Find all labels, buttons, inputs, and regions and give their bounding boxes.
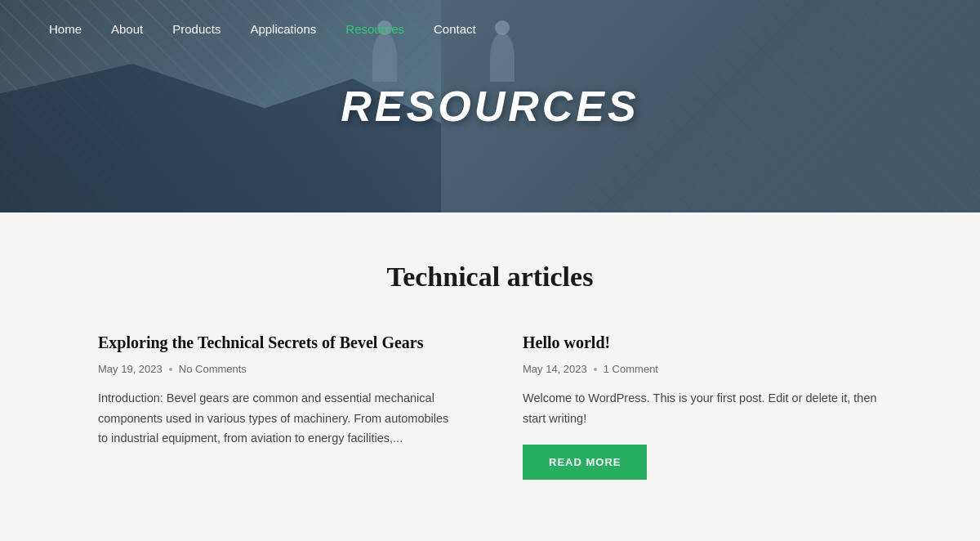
article-hello-world-comments: 1 Comment bbox=[604, 363, 658, 375]
article-bevel-gears-comments: No Comments bbox=[179, 363, 247, 375]
meta-separator bbox=[169, 368, 172, 371]
article-bevel-gears-title: Exploring the Technical Secrets of Bevel… bbox=[98, 332, 457, 353]
nav-applications[interactable]: Applications bbox=[250, 22, 316, 36]
article-bevel-gears-date: May 19, 2023 bbox=[98, 363, 163, 375]
nav-about[interactable]: About bbox=[111, 22, 143, 36]
article-bevel-gears: Exploring the Technical Secrets of Bevel… bbox=[98, 332, 457, 480]
site-header: Home About Products Applications Resourc… bbox=[0, 0, 980, 57]
hero-title: RESOURCES bbox=[341, 82, 639, 131]
main-content: Technical articles Exploring the Technic… bbox=[0, 212, 980, 539]
article-bevel-gears-excerpt: Introduction: Bevel gears are common and… bbox=[98, 388, 457, 449]
main-nav: Home About Products Applications Resourc… bbox=[49, 0, 931, 57]
nav-products[interactable]: Products bbox=[172, 22, 220, 36]
section-title: Technical articles bbox=[65, 262, 915, 293]
article-hello-world-title: Hello world! bbox=[523, 332, 882, 353]
read-more-button[interactable]: READ MORE bbox=[523, 445, 647, 480]
nav-home[interactable]: Home bbox=[49, 22, 82, 36]
nav-resources[interactable]: Resources bbox=[345, 22, 404, 36]
article-hello-world-excerpt: Welcome to WordPress. This is your first… bbox=[523, 388, 882, 428]
nav-contact[interactable]: Contact bbox=[434, 22, 476, 36]
meta-separator-2 bbox=[594, 368, 597, 371]
article-hello-world-meta: May 14, 2023 1 Comment bbox=[523, 363, 882, 375]
hero-section: Home About Products Applications Resourc… bbox=[0, 0, 980, 212]
article-hello-world: Hello world! May 14, 2023 1 Comment Welc… bbox=[523, 332, 882, 480]
articles-grid: Exploring the Technical Secrets of Bevel… bbox=[98, 332, 882, 480]
article-bevel-gears-meta: May 19, 2023 No Comments bbox=[98, 363, 457, 375]
article-hello-world-date: May 14, 2023 bbox=[523, 363, 587, 375]
hero-title-wrapper: RESOURCES bbox=[341, 82, 639, 131]
